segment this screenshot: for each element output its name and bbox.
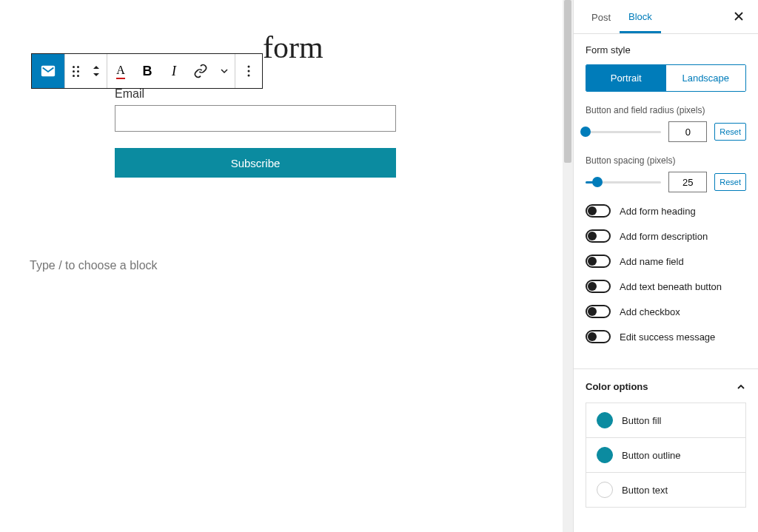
- more-rich-button[interactable]: [214, 54, 235, 88]
- bold-button[interactable]: B: [134, 54, 161, 88]
- signup-form-block[interactable]: Email Subscribe: [115, 87, 396, 178]
- spacing-reset-button[interactable]: Reset: [714, 173, 746, 191]
- form-style-toggle: Portrait Landscape: [586, 64, 746, 92]
- toggle-add-checkbox[interactable]: [586, 305, 611, 318]
- sidebar-scrollbar[interactable]: [563, 0, 573, 532]
- toggle-add-heading[interactable]: [586, 204, 611, 218]
- color-item-label: Button fill: [622, 415, 661, 426]
- close-sidebar-button[interactable]: [728, 7, 749, 27]
- toggle-label: Add text beneath button: [620, 281, 722, 292]
- spacing-label: Button spacing (pixels): [586, 155, 746, 166]
- spacing-input[interactable]: [668, 172, 707, 192]
- bold-icon: B: [143, 64, 152, 79]
- toggle-label: Add checkbox: [620, 306, 680, 317]
- toggle-label: Add name field: [620, 256, 684, 267]
- color-item-button-outline[interactable]: Button outline: [586, 438, 745, 473]
- form-style-title: Form style: [586, 44, 746, 55]
- toggle-label: Edit success message: [620, 331, 715, 343]
- toggle-label: Add form description: [620, 231, 708, 242]
- svg-point-1: [248, 66, 250, 68]
- color-item-button-text[interactable]: Button text: [586, 473, 745, 507]
- radius-input[interactable]: [668, 121, 707, 142]
- swatch-icon: [597, 482, 613, 498]
- italic-button[interactable]: I: [161, 54, 187, 88]
- text-color-button[interactable]: A: [107, 54, 134, 88]
- color-item-label: Button text: [622, 485, 668, 496]
- tab-block[interactable]: Block: [620, 1, 661, 33]
- toggle-edit-success-message[interactable]: [586, 330, 611, 343]
- block-inserter-placeholder[interactable]: Type / to choose a block: [30, 259, 533, 272]
- drag-icon: [73, 66, 79, 77]
- style-landscape-button[interactable]: Landscape: [666, 65, 746, 91]
- email-field[interactable]: [115, 105, 396, 132]
- block-type-button[interactable]: [32, 54, 64, 88]
- color-item-button-fill[interactable]: Button fill: [586, 403, 745, 438]
- toggle-label: Add form heading: [620, 206, 696, 217]
- radius-reset-button[interactable]: Reset: [714, 123, 746, 141]
- radius-label: Button and field radius (pixels): [586, 105, 746, 115]
- color-options-panel: Color options Button fill Button outline…: [574, 369, 758, 519]
- tab-post[interactable]: Post: [583, 1, 620, 32]
- email-label: Email: [115, 87, 396, 101]
- settings-sidebar: Post Block Form style Portrait Landscape…: [573, 0, 758, 532]
- drag-handle[interactable]: [65, 54, 86, 88]
- more-options-button[interactable]: [235, 54, 262, 88]
- toggle-add-description[interactable]: [586, 229, 611, 243]
- move-updown-button[interactable]: [86, 54, 107, 88]
- italic-icon: I: [172, 64, 176, 79]
- toggle-add-name-field[interactable]: [586, 255, 611, 268]
- block-toolbar: A B I: [31, 53, 263, 89]
- radius-slider[interactable]: [586, 131, 661, 133]
- swatch-icon: [597, 447, 613, 463]
- swatch-icon: [597, 412, 613, 428]
- editor-canvas[interactable]: Newsletter signup form A B I: [0, 0, 563, 532]
- svg-point-3: [248, 75, 250, 77]
- sidebar-tabs: Post Block: [574, 0, 758, 34]
- style-portrait-button[interactable]: Portrait: [586, 65, 666, 91]
- color-options-header[interactable]: Color options: [586, 381, 746, 392]
- subscribe-button[interactable]: Subscribe: [115, 148, 396, 178]
- link-button[interactable]: [187, 54, 214, 88]
- text-color-icon: A: [116, 64, 125, 79]
- spacing-slider[interactable]: [586, 181, 661, 183]
- color-item-label: Button outline: [622, 450, 681, 461]
- toggle-text-beneath-button[interactable]: [586, 280, 611, 293]
- chevron-up-icon: [736, 382, 746, 392]
- scrollbar-thumb[interactable]: [564, 0, 571, 163]
- form-style-panel: Form style Portrait Landscape Button and…: [574, 34, 758, 369]
- color-options-title: Color options: [586, 381, 648, 392]
- svg-point-2: [248, 70, 250, 73]
